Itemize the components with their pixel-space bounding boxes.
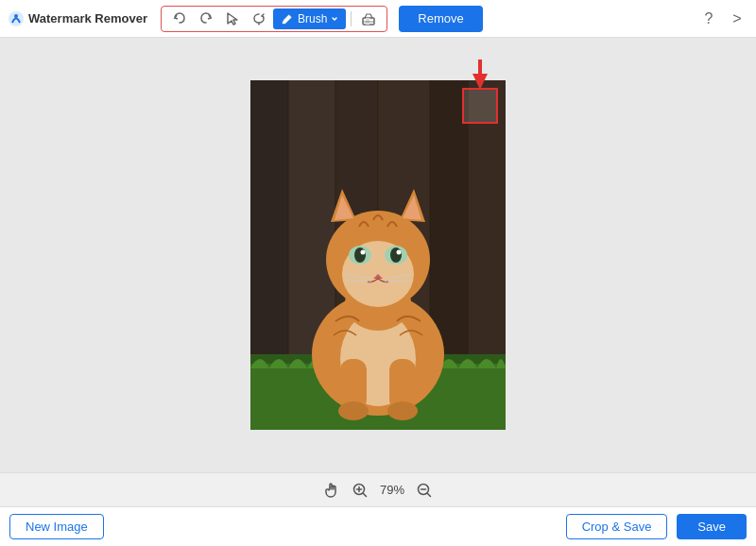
svg-marker-2	[228, 13, 237, 25]
toolbar-divider	[351, 11, 352, 26]
main-area	[0, 38, 756, 472]
hand-pan-icon	[323, 482, 340, 499]
select-tool-button[interactable]	[220, 9, 245, 29]
more-button[interactable]: >	[726, 8, 748, 30]
undo-icon	[172, 11, 187, 26]
app-title: Watermark Remover	[28, 11, 147, 26]
svg-point-40	[361, 250, 366, 255]
help-button[interactable]: ?	[697, 8, 720, 30]
toolbar-group: Brush	[161, 6, 387, 32]
zoom-bar: 79%	[0, 472, 756, 506]
brush-tool-button[interactable]: Brush	[273, 9, 346, 29]
svg-point-39	[390, 247, 402, 263]
zoom-out-button[interactable]	[416, 482, 433, 499]
header: Watermark Remover	[0, 0, 756, 38]
brush-icon	[281, 12, 294, 26]
header-right: ? >	[697, 8, 748, 30]
zoom-in-button[interactable]	[352, 482, 369, 499]
erase-tool-button[interactable]	[356, 9, 381, 29]
svg-point-1	[14, 14, 18, 18]
svg-line-55	[427, 493, 431, 497]
help-icon: ?	[705, 10, 713, 27]
brush-dropdown-icon	[331, 15, 338, 23]
svg-rect-6	[366, 18, 369, 25]
footer: New Image Crop & Save Save	[0, 506, 756, 546]
footer-right: Crop & Save Save	[566, 514, 747, 539]
erase-icon	[361, 11, 376, 26]
lasso-tool-button[interactable]	[247, 9, 271, 29]
svg-point-28	[387, 401, 418, 420]
select-icon	[225, 11, 240, 26]
new-image-button[interactable]: New Image	[9, 514, 104, 539]
zoom-in-icon	[352, 482, 369, 499]
canvas-image[interactable]	[250, 80, 506, 430]
pan-tool-button[interactable]	[323, 482, 340, 499]
svg-point-38	[354, 247, 366, 263]
svg-line-52	[363, 493, 367, 497]
svg-point-3	[258, 23, 260, 25]
save-button[interactable]: Save	[677, 514, 747, 539]
more-icon: >	[732, 10, 741, 27]
zoom-out-icon	[416, 482, 433, 499]
undo-button[interactable]	[167, 9, 192, 29]
remove-button[interactable]: Remove	[399, 6, 482, 32]
image-container	[250, 80, 506, 430]
svg-point-41	[397, 250, 402, 255]
zoom-level: 79%	[380, 483, 404, 497]
crop-save-button[interactable]: Crop & Save	[566, 514, 668, 539]
svg-point-27	[338, 401, 369, 420]
redo-button[interactable]	[194, 9, 218, 29]
redo-icon	[198, 11, 214, 26]
app-logo-icon	[8, 10, 25, 27]
brush-label: Brush	[298, 12, 327, 26]
lasso-icon	[251, 11, 266, 26]
app-logo: Watermark Remover	[8, 10, 147, 27]
svg-rect-48	[478, 60, 482, 75]
